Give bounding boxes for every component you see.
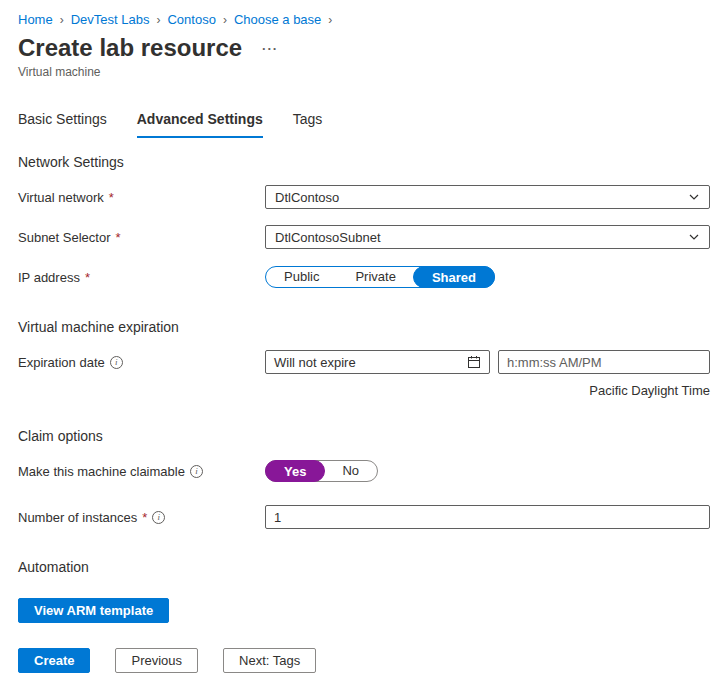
section-title-vm-expiration: Virtual machine expiration bbox=[18, 319, 710, 335]
breadcrumb-separator: › bbox=[60, 13, 64, 27]
instances-label: Number of instances * i bbox=[18, 510, 265, 525]
expiration-date-row: Expiration date i Will not expire bbox=[18, 350, 710, 374]
footer-actions: Create Previous Next: Tags bbox=[18, 648, 316, 673]
required-marker: * bbox=[116, 230, 121, 245]
more-actions-icon[interactable]: ··· bbox=[262, 41, 278, 56]
subnet-value: DtlContosoSubnet bbox=[275, 230, 381, 245]
expiration-date-label-text: Expiration date bbox=[18, 355, 105, 370]
virtual-network-control: DtlContoso bbox=[265, 185, 710, 209]
page-title: Create lab resource bbox=[18, 34, 242, 62]
virtual-network-dropdown[interactable]: DtlContoso bbox=[265, 185, 710, 209]
create-button[interactable]: Create bbox=[18, 648, 90, 673]
previous-button[interactable]: Previous bbox=[115, 648, 198, 673]
ip-option-private[interactable]: Private bbox=[337, 266, 413, 288]
calendar-icon[interactable] bbox=[467, 355, 481, 369]
virtual-network-label-text: Virtual network bbox=[18, 190, 104, 205]
tab-advanced-settings[interactable]: Advanced Settings bbox=[137, 111, 263, 138]
expiration-date-value: Will not expire bbox=[274, 355, 356, 370]
breadcrumb-separator: › bbox=[156, 13, 160, 27]
tab-tags[interactable]: Tags bbox=[293, 111, 323, 138]
claimable-option-yes[interactable]: Yes bbox=[265, 460, 325, 482]
subnet-label-text: Subnet Selector bbox=[18, 230, 111, 245]
ip-address-label: IP address * bbox=[18, 270, 265, 285]
claimable-option-no[interactable]: No bbox=[324, 460, 377, 482]
breadcrumb-link-contoso[interactable]: Contoso bbox=[167, 12, 215, 27]
subnet-control: DtlContosoSubnet bbox=[265, 225, 710, 249]
page-subtitle: Virtual machine bbox=[0, 62, 721, 79]
tab-bar: Basic Settings Advanced Settings Tags bbox=[0, 111, 721, 138]
ip-address-control: Public Private Shared bbox=[265, 266, 710, 288]
expiration-time-input[interactable] bbox=[498, 350, 710, 374]
view-arm-template-button[interactable]: View ARM template bbox=[18, 598, 169, 623]
virtual-network-label: Virtual network * bbox=[18, 190, 265, 205]
info-icon[interactable]: i bbox=[110, 356, 123, 369]
section-title-claim-options: Claim options bbox=[18, 428, 710, 444]
virtual-network-row: Virtual network * DtlContoso bbox=[18, 185, 710, 209]
instances-control bbox=[265, 505, 710, 529]
ip-option-shared[interactable]: Shared bbox=[413, 266, 495, 288]
form-body: Network Settings Virtual network * DtlCo… bbox=[0, 154, 721, 623]
required-marker: * bbox=[109, 190, 114, 205]
claimable-row: Make this machine claimable i Yes No bbox=[18, 459, 710, 483]
next-tags-button[interactable]: Next: Tags bbox=[223, 648, 316, 673]
expiration-date-picker[interactable]: Will not expire bbox=[265, 350, 490, 374]
breadcrumb-link-choose-a-base[interactable]: Choose a base bbox=[234, 12, 321, 27]
section-title-automation: Automation bbox=[18, 559, 710, 575]
expiration-date-control: Will not expire bbox=[265, 350, 710, 374]
info-icon[interactable]: i bbox=[152, 511, 165, 524]
breadcrumb-link-devtest-labs[interactable]: DevTest Labs bbox=[71, 12, 150, 27]
breadcrumb: Home › DevTest Labs › Contoso › Choose a… bbox=[0, 0, 721, 27]
claimable-label-text: Make this machine claimable bbox=[18, 464, 185, 479]
expiration-date-label: Expiration date i bbox=[18, 355, 265, 370]
claimable-toggle: Yes No bbox=[265, 460, 378, 482]
instances-input[interactable] bbox=[265, 505, 710, 529]
ip-address-toggle: Public Private Shared bbox=[265, 266, 495, 288]
claimable-control: Yes No bbox=[265, 460, 710, 482]
required-marker: * bbox=[85, 270, 90, 285]
breadcrumb-link-home[interactable]: Home bbox=[18, 12, 53, 27]
tab-basic-settings[interactable]: Basic Settings bbox=[18, 111, 107, 138]
breadcrumb-separator: › bbox=[328, 13, 332, 27]
timezone-label: Pacific Daylight Time bbox=[18, 383, 710, 398]
page-header: Create lab resource ··· bbox=[0, 27, 721, 62]
breadcrumb-separator: › bbox=[223, 13, 227, 27]
virtual-network-value: DtlContoso bbox=[275, 190, 339, 205]
subnet-dropdown[interactable]: DtlContosoSubnet bbox=[265, 225, 710, 249]
chevron-down-icon bbox=[688, 191, 700, 203]
ip-address-label-text: IP address bbox=[18, 270, 80, 285]
instances-row: Number of instances * i bbox=[18, 505, 710, 529]
ip-address-row: IP address * Public Private Shared bbox=[18, 265, 710, 289]
ip-option-public[interactable]: Public bbox=[266, 266, 337, 288]
instances-label-text: Number of instances bbox=[18, 510, 137, 525]
subnet-label: Subnet Selector * bbox=[18, 230, 265, 245]
subnet-row: Subnet Selector * DtlContosoSubnet bbox=[18, 225, 710, 249]
claimable-label: Make this machine claimable i bbox=[18, 464, 265, 479]
section-title-network-settings: Network Settings bbox=[18, 154, 710, 170]
required-marker: * bbox=[142, 510, 147, 525]
chevron-down-icon bbox=[688, 231, 700, 243]
create-lab-resource-page: Home › DevTest Labs › Contoso › Choose a… bbox=[0, 0, 721, 684]
info-icon[interactable]: i bbox=[190, 465, 203, 478]
